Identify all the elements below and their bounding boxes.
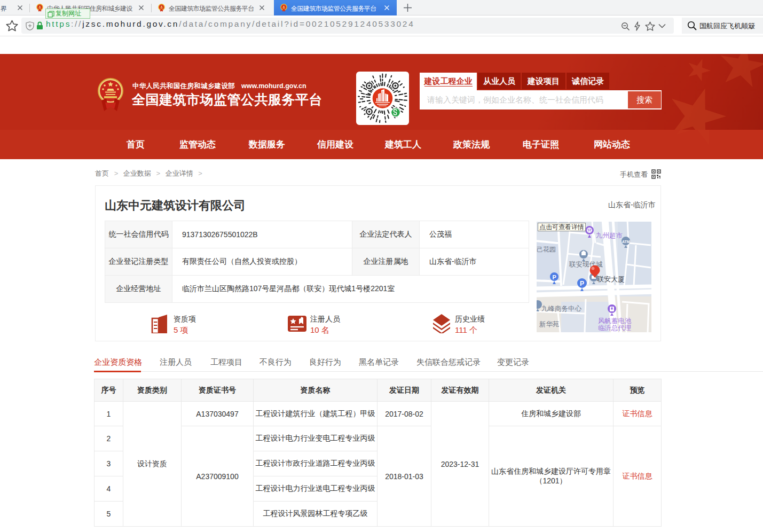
svg-text:新华苑: 新华苑 [539,320,560,328]
svg-text:ATM: ATM [622,240,630,244]
svg-text:P: P [580,280,584,287]
svg-text:九峰商务中心: 九峰商务中心 [541,305,582,312]
svg-text:临沂总代理: 临沂总代理 [598,324,632,332]
svg-text:己花园: 己花园 [537,246,556,253]
svg-text:九州超市: 九州超市 [596,232,623,239]
svg-text:P: P [553,274,556,280]
svg-text:风帆蓄电池: 风帆蓄电池 [598,317,632,325]
svg-text:联安大厦: 联安大厦 [596,275,625,283]
